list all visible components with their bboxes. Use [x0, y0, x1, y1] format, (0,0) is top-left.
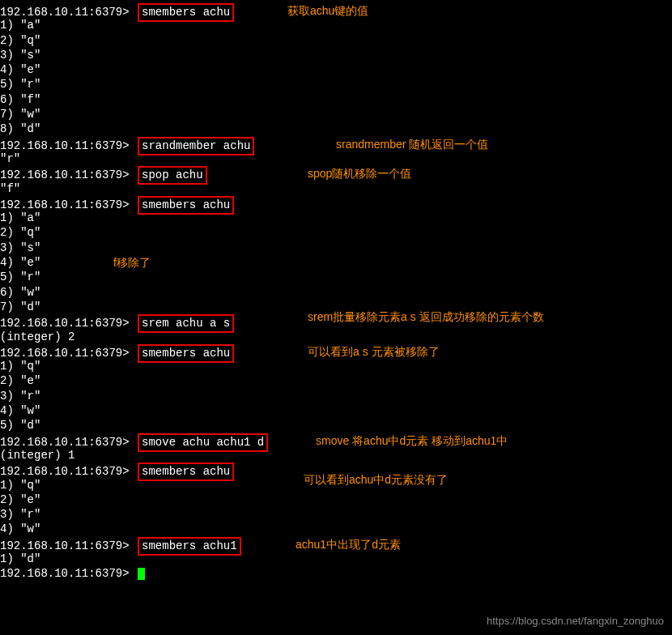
- annotation-2: srandmember 随机返回一个值: [336, 137, 488, 152]
- cmd-line-6: 192.168.10.11:6379> smembers achu可以看到a s…: [0, 344, 672, 359]
- annotation-1: 获取achu键的值: [287, 3, 368, 19]
- result-line: 1) "q": [0, 359, 672, 373]
- result-text: 4) "e": [0, 256, 40, 269]
- result-line: 2) "e": [0, 492, 672, 507]
- prompt: 192.168.10.11:6379>: [0, 317, 130, 330]
- result-line: 4) "w": [0, 522, 672, 536]
- annotation-3: spop随机移除一个值: [308, 166, 411, 181]
- result-line: 5) "r": [0, 270, 672, 284]
- terminal-output: 192.168.10.11:6379> smembers achu获取achu键…: [0, 0, 672, 582]
- result-line: 4) "w": [0, 403, 672, 418]
- result-line: 3) "r": [0, 389, 672, 403]
- result-line: "r": [0, 151, 672, 166]
- cmd-line-5: 192.168.10.11:6379> srem achu a ssrem批量移…: [0, 314, 672, 329]
- prompt: 192.168.10.11:6379>: [0, 567, 130, 580]
- result-line: 1) "a": [0, 211, 672, 225]
- result-line: (integer) 2: [0, 330, 672, 344]
- result-line: 2) "q": [0, 33, 672, 48]
- annotation-5: srem批量移除元素a s 返回成功移除的元素个数: [308, 309, 544, 325]
- result-line: 3) "s": [0, 48, 672, 62]
- result-line: 6) "w": [0, 285, 672, 300]
- cursor-icon: [138, 568, 145, 580]
- cmd-line-4: 192.168.10.11:6379> smembers achu: [0, 196, 672, 211]
- result-line: 4) "e"f移除了: [0, 255, 672, 270]
- cmd-line-3: 192.168.10.11:6379> spop achuspop随机移除一个值: [0, 166, 672, 181]
- result-line: 7) "w": [0, 107, 672, 121]
- cmd-line-2: 192.168.10.11:6379> srandmember achusran…: [0, 137, 672, 151]
- result-line: 1) "d": [0, 552, 672, 566]
- cmd-line-8: 192.168.10.11:6379> smembers achu可以看到ach…: [0, 462, 672, 477]
- result-line: 3) "s": [0, 241, 672, 255]
- prompt: 192.168.10.11:6379>: [0, 347, 130, 360]
- result-line: 2) "q": [0, 225, 672, 240]
- watermark: https://blog.csdn.net/fangxin_zonghuo: [487, 614, 664, 629]
- cmd-line-1: 192.168.10.11:6379> smembers achu获取achu键…: [0, 3, 672, 18]
- result-line: 2) "e": [0, 373, 672, 388]
- prompt: 192.168.10.11:6379>: [0, 436, 130, 449]
- result-line: 5) "d": [0, 418, 672, 433]
- cmd-line-empty[interactable]: 192.168.10.11:6379>: [0, 566, 672, 581]
- prompt: 192.168.10.11:6379>: [0, 198, 130, 211]
- cmd-line-9: 192.168.10.11:6379> smembers achu1achu1中…: [0, 537, 672, 552]
- cmd-line-7: 192.168.10.11:6379> smove achu achu1 dsm…: [0, 433, 672, 448]
- annotation-6: 可以看到a s 元素被移除了: [308, 344, 440, 360]
- prompt: 192.168.10.11:6379>: [0, 539, 130, 552]
- result-line: "f": [0, 181, 672, 196]
- prompt: 192.168.10.11:6379>: [0, 465, 130, 478]
- result-line: 1) "a": [0, 18, 672, 32]
- result-line: 8) "d": [0, 121, 672, 136]
- prompt: 192.168.10.11:6379>: [0, 139, 130, 152]
- annotation-9: achu1中出现了d元素: [296, 537, 401, 552]
- prompt: 192.168.10.11:6379>: [0, 6, 130, 19]
- annotation-4: f移除了: [113, 255, 151, 271]
- result-line: 4) "e": [0, 62, 672, 77]
- result-line: 6) "f": [0, 92, 672, 107]
- result-line: (integer) 1: [0, 448, 672, 462]
- result-line: 5) "r": [0, 77, 672, 92]
- result-line: 3) "r": [0, 507, 672, 522]
- result-line: 1) "q": [0, 478, 672, 492]
- annotation-7: smove 将achu中d元素 移动到achu1中: [316, 433, 508, 449]
- prompt: 192.168.10.11:6379>: [0, 168, 130, 181]
